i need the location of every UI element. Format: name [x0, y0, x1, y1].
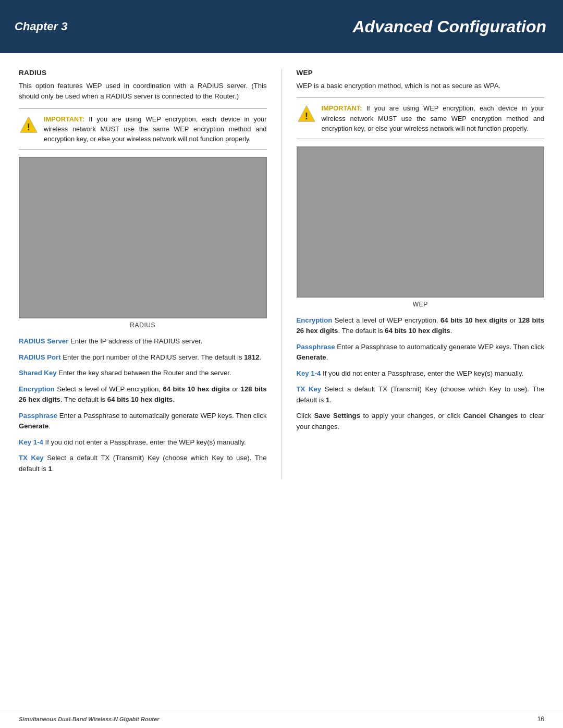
encryption-term-right: Encryption	[297, 316, 333, 324]
radius-port-desc: RADIUS Port Enter the port number of the…	[19, 352, 267, 363]
page-title: Advanced Configuration	[352, 17, 546, 36]
radius-important-box: ! IMPORTANT: If you are using WEP encryp…	[19, 108, 267, 150]
header-title-area: Advanced Configuration	[115, 0, 563, 53]
shared-key-term: Shared Key	[19, 369, 57, 377]
wep-screenshot	[297, 146, 545, 298]
wep-caption: WEP	[297, 301, 545, 308]
radius-heading: RADIUS	[19, 69, 267, 77]
save-text-2: to apply your changes, or click	[360, 412, 463, 419]
radius-important-text: IMPORTANT: If you are using WEP encrypti…	[44, 114, 267, 144]
chapter-label: Chapter 3	[15, 20, 67, 33]
wep-intro: WEP is a basic encryption method, which …	[297, 81, 545, 91]
svg-text:!: !	[304, 110, 308, 121]
key-1-4-desc-right: Key 1-4 If you did not enter a Passphras…	[297, 368, 545, 379]
key-1-4-term-right: Key 1-4	[297, 369, 321, 377]
chapter-label-area: Chapter 3	[0, 0, 115, 53]
main-content: RADIUS This option features WEP used in …	[0, 53, 563, 495]
passphrase-desc-right: Passphrase Enter a Passphrase to automat…	[297, 342, 545, 363]
radius-important-label: IMPORTANT:	[44, 115, 84, 123]
wep-important-box: ! IMPORTANT: If you are using WEP encryp…	[297, 97, 545, 139]
encryption-desc-right: Encryption Select a level of WEP encrypt…	[297, 315, 545, 337]
wep-warning-icon: !	[297, 104, 316, 124]
radius-port-term: RADIUS Port	[19, 353, 61, 361]
key-1-4-term-left: Key 1-4	[19, 438, 43, 446]
radius-screenshot	[19, 157, 267, 318]
radius-server-term: RADIUS Server	[19, 337, 68, 345]
passphrase-term-left: Passphrase	[19, 412, 57, 419]
tx-key-term-left: TX Key	[19, 454, 44, 462]
footer-page: 16	[537, 715, 544, 723]
save-text-1: Click	[297, 412, 314, 419]
encryption-term-left: Encryption	[19, 385, 55, 393]
cancel-changes-label: Cancel Changes	[463, 412, 518, 419]
tx-key-term-right: TX Key	[297, 385, 322, 393]
passphrase-desc-left: Passphrase Enter a Passphrase to automat…	[19, 411, 267, 432]
save-settings-desc: Click Save Settings to apply your change…	[297, 411, 545, 432]
save-settings-label: Save Settings	[314, 412, 360, 419]
page-footer: Simultaneous Dual-Band Wireless-N Gigabi…	[0, 710, 563, 728]
left-column: RADIUS This option features WEP used in …	[19, 69, 282, 479]
footer-title: Simultaneous Dual-Band Wireless-N Gigabi…	[19, 716, 159, 722]
wep-important-text: IMPORTANT: If you are using WEP encrypti…	[322, 103, 545, 133]
svg-text:!: !	[27, 121, 30, 132]
tx-key-desc-right: TX Key Select a default TX (Transmit) Ke…	[297, 384, 545, 405]
passphrase-term-right: Passphrase	[297, 343, 335, 351]
shared-key-desc: Shared Key Enter the key shared between …	[19, 368, 267, 378]
page-header: Chapter 3 Advanced Configuration	[0, 0, 563, 53]
tx-key-desc-left: TX Key Select a default TX (Transmit) Ke…	[19, 453, 267, 474]
radius-server-desc: RADIUS Server Enter the IP address of th…	[19, 336, 267, 347]
radius-server-text: Enter the IP address of the RADIUS serve…	[68, 337, 202, 345]
key-1-4-desc-left: Key 1-4 If you did not enter a Passphras…	[19, 437, 267, 448]
warning-icon: !	[19, 115, 39, 135]
radius-intro: This option features WEP used in coordin…	[19, 81, 267, 102]
encryption-desc-left: Encryption Select a level of WEP encrypt…	[19, 384, 267, 405]
wep-heading: WEP	[297, 69, 545, 77]
radius-caption: RADIUS	[19, 322, 267, 329]
wep-important-label: IMPORTANT:	[322, 104, 362, 112]
right-column: WEP WEP is a basic encryption method, wh…	[282, 69, 545, 479]
